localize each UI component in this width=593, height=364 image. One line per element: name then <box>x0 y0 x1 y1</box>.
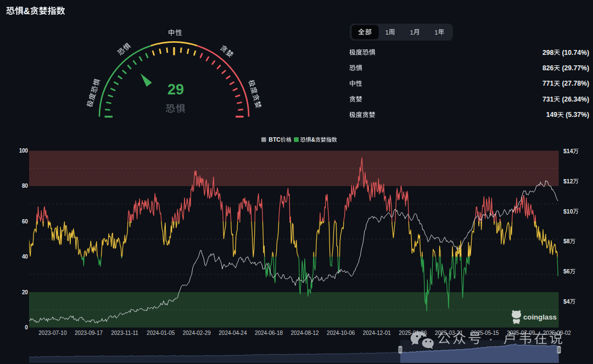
svg-text:826: 826 <box>542 64 554 72</box>
svg-text:2024-01-05: 2024-01-05 <box>147 330 175 336</box>
svg-text:&: & <box>311 137 315 143</box>
svg-text:2024-02-29: 2024-02-29 <box>183 330 211 336</box>
svg-text:$4: $4 <box>563 298 570 305</box>
svg-text:2023-07-10: 2023-07-10 <box>38 330 67 336</box>
svg-text:731: 731 <box>542 96 554 103</box>
svg-text:40: 40 <box>22 254 28 260</box>
svg-text:1: 1 <box>385 29 388 36</box>
svg-text:2024-12-01: 2024-12-01 <box>363 330 391 336</box>
svg-text:149: 149 <box>546 111 558 119</box>
svg-text:(26.34%): (26.34%) <box>562 96 589 103</box>
svg-text:BTC: BTC <box>268 136 281 143</box>
svg-text:$14: $14 <box>563 148 573 154</box>
svg-text:2023-11-11: 2023-11-11 <box>111 330 138 336</box>
svg-text:coinglass: coinglass <box>523 313 557 321</box>
svg-text:(5.37%): (5.37%) <box>566 111 589 119</box>
svg-text:$6: $6 <box>563 268 570 275</box>
svg-text:$12: $12 <box>563 178 573 184</box>
svg-text:771: 771 <box>542 80 554 87</box>
svg-text:(27.78%): (27.78%) <box>562 80 589 87</box>
svg-text:&: & <box>24 7 30 16</box>
svg-text:1: 1 <box>434 29 438 36</box>
svg-text:1: 1 <box>410 29 413 36</box>
svg-text:2025-07-09: 2025-07-09 <box>507 330 535 336</box>
svg-text:$10: $10 <box>563 208 573 215</box>
svg-text:(10.74%): (10.74%) <box>562 49 589 57</box>
svg-text:60: 60 <box>22 219 28 225</box>
svg-text:2024-08-12: 2024-08-12 <box>291 330 320 336</box>
svg-text:2024-10-06: 2024-10-06 <box>327 330 355 336</box>
svg-text:100: 100 <box>19 148 29 154</box>
svg-text:0: 0 <box>25 324 28 331</box>
svg-text:(29.77%): (29.77%) <box>562 64 589 72</box>
svg-text:29: 29 <box>167 81 184 98</box>
svg-text:2024-04-24: 2024-04-24 <box>219 330 247 336</box>
svg-text:$8: $8 <box>563 238 570 244</box>
svg-text:2024-06-18: 2024-06-18 <box>255 330 283 336</box>
svg-text:20: 20 <box>22 289 28 295</box>
svg-text:·: · <box>489 331 495 346</box>
svg-text:298: 298 <box>542 49 554 57</box>
svg-text:80: 80 <box>22 183 28 189</box>
svg-text:2023-09-17: 2023-09-17 <box>75 330 103 336</box>
